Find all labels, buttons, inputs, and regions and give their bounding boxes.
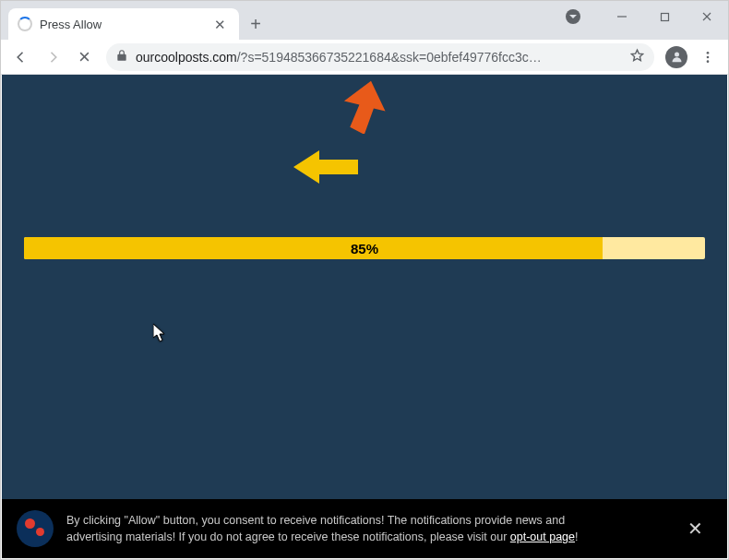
svg-point-7 — [707, 52, 710, 54]
notification-banner: By clicking "Allow" button, you consent … — [2, 499, 727, 558]
svg-point-9 — [707, 60, 710, 63]
notification-line2: advertising materials! If you do not agr… — [66, 529, 665, 545]
progress-label: 85% — [24, 237, 705, 259]
annotation-arrow-left-icon — [293, 149, 358, 185]
address-url: ourcoolposts.com/?s=519485366735221684&s… — [136, 50, 622, 65]
nav-stop-button[interactable] — [69, 42, 99, 72]
tab-search-button[interactable] — [566, 9, 580, 24]
svg-point-6 — [675, 53, 679, 57]
window-close-button[interactable] — [686, 1, 728, 32]
notification-close-button[interactable]: ✕ — [678, 510, 712, 548]
annotation-arrow-up-icon — [343, 80, 386, 134]
lock-icon — [115, 49, 128, 65]
nav-back-button[interactable] — [6, 42, 36, 72]
browser-menu-button[interactable] — [693, 42, 723, 72]
loading-spinner-icon — [18, 17, 32, 31]
profile-avatar-button[interactable] — [665, 46, 687, 68]
address-bar[interactable]: ourcoolposts.com/?s=519485366735221684&s… — [106, 43, 654, 71]
nav-forward-button — [38, 42, 67, 72]
svg-rect-1 — [661, 13, 668, 20]
bookmark-star-button[interactable] — [629, 48, 645, 66]
browser-titlebar: Press Allow ✕ + — [1, 1, 728, 40]
new-tab-button[interactable]: + — [243, 11, 269, 37]
mouse-cursor-icon — [153, 324, 166, 342]
window-controls — [566, 1, 728, 32]
address-host: ourcoolposts.com — [136, 50, 237, 65]
notification-badge-icon — [17, 510, 54, 547]
fake-progress-bar: 85% — [24, 237, 705, 259]
opt-out-link[interactable]: opt-out page — [510, 530, 575, 543]
svg-point-8 — [707, 55, 710, 58]
window-minimize-button[interactable] — [601, 1, 643, 32]
tab-close-button[interactable]: ✕ — [210, 16, 230, 33]
notification-message: By clicking "Allow" button, you consent … — [66, 512, 665, 545]
notification-line1: By clicking "Allow" button, you consent … — [66, 512, 665, 529]
address-path: /?s=519485366735221684&ssk=0ebfef49776fc… — [237, 50, 542, 65]
window-maximize-button[interactable] — [643, 1, 686, 32]
browser-toolbar: ourcoolposts.com/?s=519485366735221684&s… — [1, 40, 728, 75]
browser-tab[interactable]: Press Allow ✕ — [8, 8, 239, 40]
page-viewport: 85% pcrisk.com By clicking "Allow" butto… — [2, 75, 727, 558]
tab-title: Press Allow — [40, 18, 203, 31]
